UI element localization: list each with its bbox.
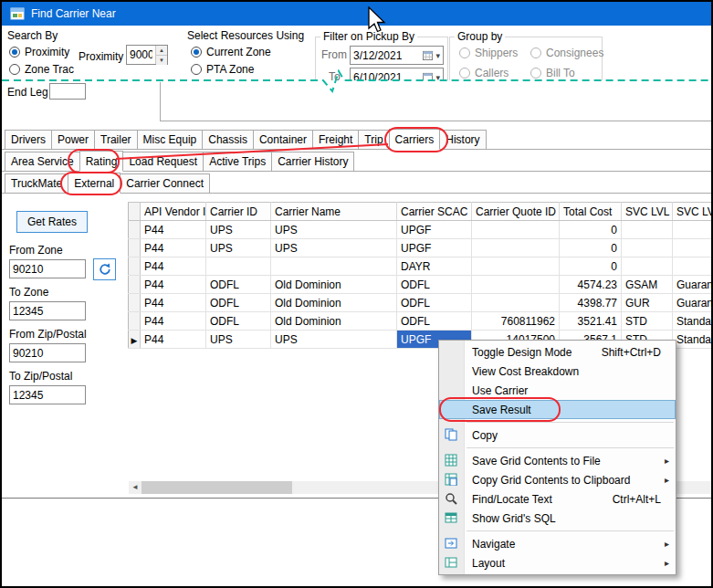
menu-item-save-grid-contents-to-file[interactable]: Save Grid Contents to File ▸ (439, 451, 676, 470)
grid-cell[interactable]: 3521.41 (560, 312, 622, 331)
tab-trailer[interactable]: Trailer (94, 130, 138, 149)
dropdown-arrow-icon[interactable]: ▾ (435, 51, 440, 60)
grid-cell[interactable]: P44 (141, 257, 206, 276)
column-header-carrier-scac[interactable]: Carrier SCAC (397, 203, 472, 221)
grid-cell[interactable]: P44 (141, 239, 206, 257)
grid-cell[interactable]: Old Dominion (271, 312, 397, 331)
grid-cell[interactable]: ODFL (206, 276, 271, 294)
grid-cell[interactable]: UPS (271, 239, 397, 257)
grid-cell[interactable] (472, 221, 560, 239)
grid-cell[interactable]: 4574.23 (560, 276, 622, 294)
column-header-carrier-id[interactable]: Carrier ID (206, 203, 271, 221)
grid-corner-cell[interactable] (129, 203, 141, 221)
tab-misc-equip[interactable]: Misc Equip (137, 130, 204, 149)
grid-cell[interactable]: UPS (271, 221, 397, 239)
tab-history[interactable]: History (439, 130, 486, 149)
grid-cell[interactable]: P44 (141, 276, 206, 294)
grid-cell[interactable]: P44 (141, 221, 206, 239)
grid-cell[interactable] (206, 257, 271, 276)
tab-rating[interactable]: Rating (79, 151, 124, 172)
row-selector[interactable] (129, 294, 141, 312)
column-header-total-cost[interactable]: Total Cost (560, 203, 622, 221)
column-header-carrier-name[interactable]: Carrier Name (271, 203, 397, 221)
pickup-to-date[interactable]: 6/10/2021 ▾ (350, 68, 444, 80)
grid-cell[interactable]: Old Dominion (271, 294, 397, 312)
pickup-from-date[interactable]: 3/12/2021 ▾ (350, 46, 444, 65)
menu-item-toggle-design-mode[interactable]: Toggle Design Mode Shift+Ctrl+D (439, 342, 676, 362)
menu-item-use-carrier[interactable]: Use Carrier (439, 381, 676, 400)
row-selector[interactable] (129, 312, 141, 331)
grid-cell[interactable]: DAYR (397, 257, 472, 276)
tab-carriers[interactable]: Carriers (389, 129, 441, 150)
row-selector[interactable] (129, 276, 141, 294)
scroll-left-icon[interactable]: ◄ (129, 481, 142, 494)
title-bar[interactable]: Find Carrier Near (2, 2, 711, 26)
grid-cell[interactable] (622, 221, 673, 239)
column-header-api-vendor-id[interactable]: API Vendor ID (141, 203, 206, 221)
grid-cell[interactable] (673, 221, 713, 239)
grid-cell[interactable]: STD (622, 312, 673, 331)
column-header-svc-lvl-d[interactable]: SVC LVL D (673, 203, 713, 221)
grid-cell[interactable] (472, 257, 560, 276)
column-header-carrier-quote-id[interactable]: Carrier Quote ID (472, 203, 560, 221)
grid-cell[interactable]: ODFL (397, 312, 472, 331)
grid-cell[interactable] (472, 276, 560, 294)
get-rates-button[interactable]: Get Rates (16, 211, 88, 233)
grid-cell[interactable] (622, 257, 673, 276)
grid-cell[interactable]: GUR (622, 294, 673, 312)
refresh-zones-button[interactable] (93, 258, 116, 280)
end-leg-input[interactable] (49, 83, 86, 100)
tab-drivers[interactable]: Drivers (5, 130, 52, 149)
grid-cell[interactable]: 0 (560, 257, 622, 276)
tab-load-request[interactable]: Load Request (122, 152, 204, 171)
menu-item-view-cost-breakdown[interactable]: View Cost Breakdown (439, 362, 676, 381)
spinner-up-icon[interactable]: ▲ (156, 46, 167, 56)
tab-power[interactable]: Power (51, 130, 95, 149)
grid-cell[interactable]: ODFL (397, 294, 472, 312)
grid-cell[interactable]: UPS (206, 239, 271, 257)
grid-cell[interactable]: ODFL (206, 312, 271, 331)
grid-cell[interactable]: Guarante (673, 294, 713, 312)
from-zone-input[interactable] (9, 259, 86, 278)
tab-chassis[interactable]: Chassis (202, 130, 254, 149)
grid-cell[interactable]: UPGF (397, 221, 472, 239)
grid-cell[interactable]: 0 (560, 239, 622, 257)
tab-trip[interactable]: Trip (358, 130, 389, 149)
to-zone-input[interactable] (9, 301, 86, 320)
grid-cell[interactable]: 0 (560, 221, 622, 239)
grid-cell[interactable] (472, 239, 560, 257)
grid-cell[interactable]: ODFL (397, 276, 472, 294)
tab-carrier-history[interactable]: Carrier History (271, 152, 354, 171)
grid-cell[interactable]: UPGF (397, 239, 472, 257)
radio-proximity[interactable]: Proximity (9, 46, 69, 58)
menu-item-find-locate-text[interactable]: Find/Locate Text Ctrl+Alt+L (439, 489, 676, 509)
grid-cell[interactable]: P44 (141, 294, 206, 312)
grid-cell[interactable]: Standard (673, 331, 713, 349)
tab-container[interactable]: Container (253, 130, 313, 149)
grid-cell[interactable]: Old Dominion (271, 276, 397, 294)
menu-item-copy[interactable]: Copy (439, 425, 676, 445)
tab-active-trips[interactable]: Active Trips (203, 152, 272, 171)
tab-freight[interactable]: Freight (312, 130, 359, 149)
tab-area-service[interactable]: Area Service (5, 152, 80, 171)
dropdown-arrow-icon[interactable]: ▾ (435, 73, 440, 81)
radio-pta-zone[interactable]: PTA Zone (191, 63, 254, 76)
radio-zone-trac[interactable]: Zone Trac (9, 63, 74, 76)
grid-cell[interactable]: 4398.77 (560, 294, 622, 312)
grid-cell[interactable]: P44 (141, 312, 206, 331)
menu-item-copy-grid-contents-to-clipboard[interactable]: Copy Grid Contents to Clipboard ▸ (439, 470, 676, 489)
grid-cell[interactable]: UPS (206, 221, 271, 239)
to-zip-input[interactable] (9, 385, 86, 404)
radio-current-zone[interactable]: Current Zone (191, 46, 271, 58)
grid-cell[interactable] (472, 294, 560, 312)
grid-cell[interactable]: ODFL (206, 294, 271, 312)
grid-cell[interactable]: Standard (673, 312, 713, 331)
menu-item-save-result[interactable]: Save Result (439, 400, 676, 419)
from-zip-input[interactable] (9, 343, 86, 362)
spinner-down-icon[interactable]: ▼ (156, 56, 167, 65)
grid-cell[interactable]: 760811962 (472, 312, 560, 331)
grid-cell[interactable] (673, 257, 713, 276)
tab-truckmate[interactable]: TruckMate (5, 173, 68, 193)
tab-carrier-connect[interactable]: Carrier Connect (120, 173, 210, 193)
proximity-stepper[interactable]: ▲ ▼ (126, 45, 168, 65)
